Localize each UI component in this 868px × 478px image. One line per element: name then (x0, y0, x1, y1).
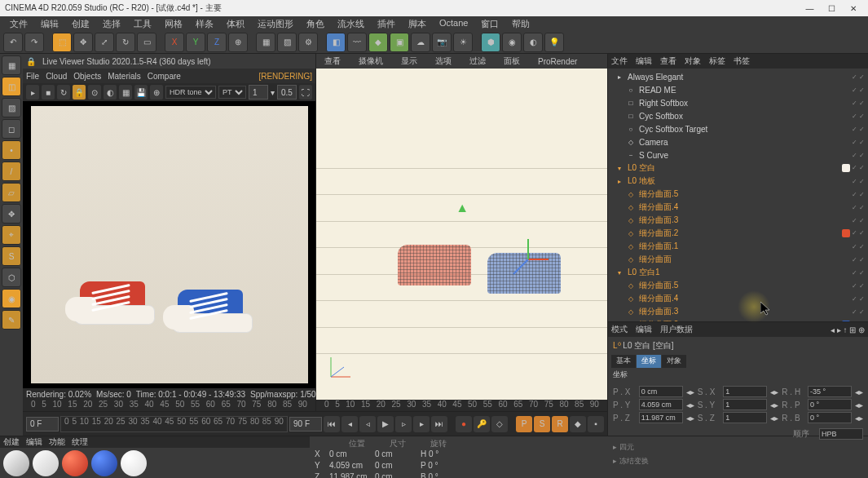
menu-脚本[interactable]: 脚本 (402, 16, 433, 31)
add-environment-button[interactable]: ☁ (411, 33, 430, 52)
object-row[interactable]: ◇细分曲面.1✓ ✓ (611, 240, 865, 253)
object-row[interactable]: ▾L0 空白✓ ✓ (611, 162, 865, 175)
scale-tool[interactable]: ⤢ (95, 33, 114, 52)
coord-input[interactable] (808, 386, 852, 397)
attr-tab-coord[interactable]: 坐标 (637, 355, 661, 368)
vp-tab-摄像机[interactable]: 摄像机 (354, 55, 388, 67)
add-field-button[interactable]: ◉ (502, 33, 522, 52)
object-row[interactable]: ◇细分曲面.3✓ ✓ (611, 305, 865, 318)
rp-tab-cloud[interactable]: Cloud (46, 72, 67, 81)
rp-tab-objects[interactable]: Objects (73, 72, 101, 81)
menu-帮助[interactable]: 帮助 (505, 16, 536, 31)
coord-input[interactable] (723, 386, 767, 397)
timeline-track[interactable]: 051015202530354045505560657075808590 (60, 416, 288, 432)
render-view-button[interactable]: ▦ (256, 33, 275, 52)
add-light-button[interactable]: ☀ (453, 33, 473, 52)
timeline-end[interactable] (289, 417, 322, 432)
object-row[interactable]: ○Cyc Softbox Target✓ ✓ (611, 122, 865, 135)
pt-select[interactable]: PT (218, 86, 246, 99)
menu-文件[interactable]: 文件 (3, 16, 34, 31)
world-axis-toggle[interactable]: ⊕ (228, 33, 248, 52)
menu-样条[interactable]: 样条 (189, 16, 220, 31)
menu-体积[interactable]: 体积 (220, 16, 251, 31)
menu-Octane[interactable]: Octane (433, 16, 474, 31)
object-row[interactable]: ▾L0 空白1✓ ✓ (611, 266, 865, 279)
render-region-button[interactable]: ▨ (277, 33, 297, 52)
object-row[interactable]: ◇细分曲面.5✓ ✓ (611, 188, 865, 201)
object-row[interactable]: ○READ ME✓ ✓ (611, 83, 865, 96)
material-ball[interactable]: OctDiff (121, 450, 147, 476)
y-axis-gizmo[interactable]: ▲ (456, 201, 469, 215)
menu-选择[interactable]: 选择 (96, 16, 127, 31)
minimize-button[interactable]: — (800, 4, 819, 13)
object-row[interactable]: ▸Always Elegant✓ ✓ (611, 70, 865, 83)
menu-工具[interactable]: 工具 (127, 16, 158, 31)
record-button[interactable]: ● (456, 416, 472, 432)
move-tool[interactable]: ✥ (73, 33, 93, 52)
menu-编辑[interactable]: 编辑 (34, 16, 65, 31)
next-key-button[interactable]: ▸ (413, 416, 430, 432)
material-ball[interactable]: Reflecti (3, 450, 29, 476)
move-gizmo[interactable] (504, 235, 553, 285)
object-row[interactable]: ◇细分曲面.3✓ ✓ (611, 214, 865, 227)
vp-tab-选项[interactable]: 选项 (430, 55, 456, 67)
last-tool[interactable]: ▭ (137, 33, 156, 52)
menu-窗口[interactable]: 窗口 (474, 16, 505, 31)
coord-input[interactable] (723, 412, 767, 423)
make-editable-button[interactable]: ▦ (2, 55, 21, 75)
vp-tab-ProRender[interactable]: ProRender (533, 57, 582, 66)
scale-key-button[interactable]: S (534, 416, 550, 432)
render-view[interactable] (23, 101, 315, 388)
undo-button[interactable]: ↶ (3, 33, 23, 52)
rp-stop-icon[interactable]: ■ (42, 85, 55, 100)
select-tool[interactable]: ⬚ (52, 33, 72, 52)
rp-lock-icon[interactable]: 🔒 (73, 85, 86, 100)
vp-tab-过滤[interactable]: 过滤 (465, 55, 491, 67)
object-row[interactable]: ◇细分曲面✓ ✓ (611, 253, 865, 266)
menu-插件[interactable]: 插件 (371, 16, 402, 31)
rp-play-icon[interactable]: ▸ (26, 85, 39, 100)
mm-tab-创建[interactable]: 创建 (3, 436, 20, 448)
play-button[interactable]: ▶ (377, 416, 394, 432)
object-row[interactable]: ~S Curve✓ ✓ (611, 148, 865, 162)
timeline-start[interactable] (26, 417, 59, 432)
vp-tab-面板[interactable]: 面板 (499, 55, 525, 67)
add-cube-button[interactable]: ◧ (326, 33, 346, 52)
prev-frame-button[interactable]: ◃ (359, 416, 376, 432)
polygon-mode-button[interactable]: ▱ (2, 183, 21, 202)
pos-key-button[interactable]: P (516, 416, 532, 432)
object-row[interactable]: ◇细分曲面.4✓ ✓ (611, 292, 865, 305)
pla-key-button[interactable]: ▪ (588, 416, 604, 432)
add-deformer-button[interactable]: ▣ (390, 33, 409, 52)
tweak-button[interactable]: ✎ (2, 310, 21, 330)
add-generator-button[interactable]: ◆ (368, 33, 388, 52)
rp-save-icon[interactable]: 💾 (134, 85, 148, 100)
coord-input[interactable] (723, 399, 767, 410)
rp-picker-icon[interactable]: ⊕ (150, 85, 163, 100)
om-tab-编辑[interactable]: 编辑 (636, 55, 652, 67)
menu-角色[interactable]: 角色 (300, 16, 331, 31)
rp-refresh-icon[interactable]: ↻ (57, 85, 70, 100)
goto-end-button[interactable]: ⏭ (431, 416, 447, 432)
om-tab-对象[interactable]: 对象 (685, 55, 701, 67)
object-row[interactable]: ◇细分曲面.5✓ ✓ (611, 279, 865, 292)
prev-key-button[interactable]: ◂ (341, 416, 358, 432)
point-mode-button[interactable]: • (2, 140, 21, 160)
am-tab-用户数据[interactable]: 用户数据 (660, 324, 693, 335)
axis-mode-button[interactable]: ✥ (2, 204, 21, 224)
rp-tab-materials[interactable]: Materials (108, 72, 141, 81)
add-tag-button[interactable]: ◐ (523, 33, 543, 52)
keyframe-sel-button[interactable]: ◇ (491, 416, 508, 432)
rp-channels-icon[interactable]: ▦ (119, 85, 132, 100)
texture-mode-button[interactable]: ▨ (2, 98, 21, 117)
add-mograph-button[interactable]: ⬢ (481, 33, 500, 52)
workplane-button[interactable]: S (2, 246, 21, 266)
rp-tab-compare[interactable]: Compare (148, 72, 181, 81)
object-row[interactable]: ◇Camera✓ ✓ (611, 135, 865, 148)
mm-tab-功能[interactable]: 功能 (49, 436, 65, 448)
vp-tab-查看[interactable]: 查看 (319, 55, 346, 67)
om-tab-标签[interactable]: 标签 (709, 55, 725, 67)
om-tab-查看[interactable]: 查看 (660, 55, 676, 67)
attr-tab-object[interactable]: 对象 (662, 355, 686, 368)
rp-tab-file[interactable]: File (26, 72, 39, 81)
